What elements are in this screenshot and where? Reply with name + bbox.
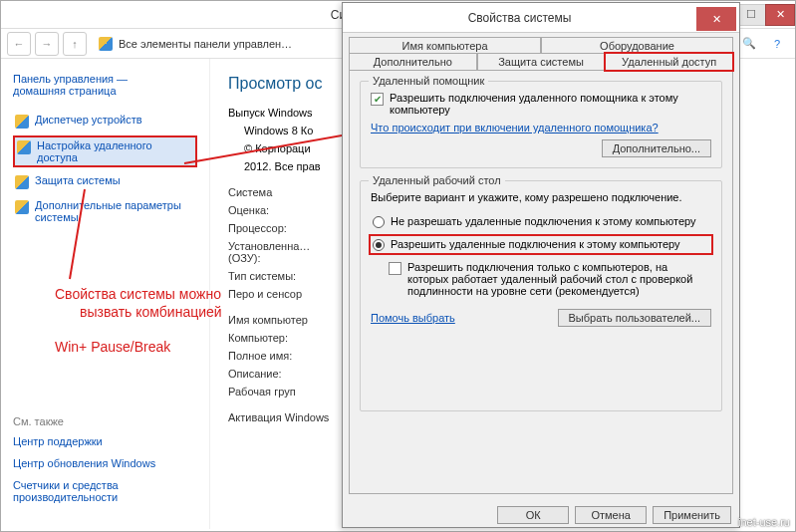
dialog-titlebar: Свойства системы ✕ xyxy=(343,3,739,33)
nla-checkbox-label: Разрешить подключения только с компьютер… xyxy=(407,261,711,297)
radio-icon xyxy=(373,239,385,251)
tab-system-protection[interactable]: Защита системы xyxy=(477,53,606,71)
see-also-heading: См. также xyxy=(13,415,197,427)
pen-touch-label: Перо и сенсор xyxy=(228,288,336,300)
annotation-line1: Свойства системы можно xyxy=(55,286,221,302)
shield-icon xyxy=(15,175,29,189)
maximize-button[interactable]: ☐ xyxy=(736,4,766,26)
sidebar-item-advanced-settings[interactable]: Дополнительные параметры системы xyxy=(13,196,197,226)
processor-label: Процессор: xyxy=(228,222,336,234)
shield-icon xyxy=(15,115,29,129)
dialog-title: Свойства системы xyxy=(343,11,696,25)
group-title-remote-desktop: Удаленный рабочий стол xyxy=(369,174,505,186)
tab-hardware[interactable]: Оборудование xyxy=(541,37,733,54)
back-button[interactable]: ← xyxy=(7,32,31,56)
system-type-label: Тип системы: xyxy=(228,270,336,282)
full-name-label: Полное имя: xyxy=(228,350,336,362)
shield-icon xyxy=(15,200,29,214)
tab-remote[interactable]: Удаленный доступ xyxy=(605,53,733,71)
sidebar-item-system-protection[interactable]: Защита системы xyxy=(13,171,197,192)
help-icon[interactable]: ? xyxy=(765,38,789,50)
remote-desktop-group: Удаленный рабочий стол Выберите вариант … xyxy=(360,180,722,411)
remote-assistance-help-link[interactable]: Что происходит при включении удаленного … xyxy=(371,122,659,133)
radio-dont-allow[interactable]: Не разрешать удаленные подключения к это… xyxy=(371,213,711,230)
tab-advanced[interactable]: Дополнительно xyxy=(349,53,477,71)
radio-allow[interactable]: Разрешить удаленные подключения к этому … xyxy=(371,236,711,253)
allow-remote-assistance-checkbox[interactable] xyxy=(371,93,384,106)
help-choose-link[interactable]: Помочь выбрать xyxy=(371,312,455,324)
nla-checkbox[interactable] xyxy=(389,262,401,275)
breadcrumb-text: Все элементы панели управлен… xyxy=(119,38,292,50)
radio-allow-label: Разрешить удаленные подключения к этому … xyxy=(391,238,680,250)
dialog-close-button[interactable]: ✕ xyxy=(696,7,736,31)
sidebar-link[interactable]: Защита системы xyxy=(35,174,121,186)
link-windows-update[interactable]: Центр обновления Windows xyxy=(13,457,197,469)
remote-desktop-intro: Выберите вариант и укажите, кому разреше… xyxy=(371,191,711,203)
close-button[interactable]: ✕ xyxy=(765,4,795,26)
remote-assistance-group: Удаленный помощник Разрешить подключения… xyxy=(360,81,722,168)
forward-button[interactable]: → xyxy=(35,32,59,56)
computer-label: Компьютер: xyxy=(228,332,336,344)
radio-dont-allow-label: Не разрешать удаленные подключения к это… xyxy=(391,215,696,227)
control-panel-icon xyxy=(99,37,113,51)
sidebar-item-device-manager[interactable]: Диспетчер устройств xyxy=(13,111,197,132)
sidebar-item-remote-settings[interactable]: Настройка удаленного доступа xyxy=(13,135,197,167)
allow-remote-assistance-label: Разрешить подключения удаленного помощни… xyxy=(390,92,711,116)
sidebar-link[interactable]: Настройка удаленного доступа xyxy=(37,139,193,163)
search-icon[interactable]: 🔍 xyxy=(737,37,761,50)
annotation-line3: Win+ Pause/Break xyxy=(55,339,170,355)
select-users-button[interactable]: Выбрать пользователей... xyxy=(558,309,712,327)
control-panel-home-link[interactable]: Панель управления —домашняя страница xyxy=(13,73,128,97)
tab-computer-name[interactable]: Имя компьютера xyxy=(349,37,541,54)
group-title-remote-assistance: Удаленный помощник xyxy=(369,75,488,87)
rating-label: Оценка: xyxy=(228,204,336,216)
watermark: inet-use.ru xyxy=(738,516,790,528)
sidebar-link[interactable]: Диспетчер устройств xyxy=(35,114,142,126)
ok-button[interactable]: ОК xyxy=(497,506,569,524)
workgroup-label: Рабочая груп xyxy=(228,386,336,398)
link-action-center[interactable]: Центр поддержки xyxy=(13,435,197,447)
annotation-line2: вызвать комбинацией xyxy=(80,304,222,320)
ram-label: Установленна… (ОЗУ): xyxy=(228,240,336,264)
remote-assistance-advanced-button[interactable]: Дополнительно... xyxy=(602,139,711,157)
shield-icon xyxy=(17,140,31,154)
apply-button[interactable]: Применить xyxy=(653,506,731,524)
sidebar-link[interactable]: Дополнительные параметры системы xyxy=(35,199,195,223)
link-performance-tools[interactable]: Счетчики и средства производительности xyxy=(13,479,197,503)
up-button[interactable]: ↑ xyxy=(63,32,87,56)
system-properties-dialog: Свойства системы ✕ Имя компьютера Оборуд… xyxy=(342,2,740,528)
description-label: Описание: xyxy=(228,368,336,380)
cancel-button[interactable]: Отмена xyxy=(575,506,647,524)
edition-label: Выпуск Windows xyxy=(228,107,313,119)
radio-icon xyxy=(373,216,385,228)
